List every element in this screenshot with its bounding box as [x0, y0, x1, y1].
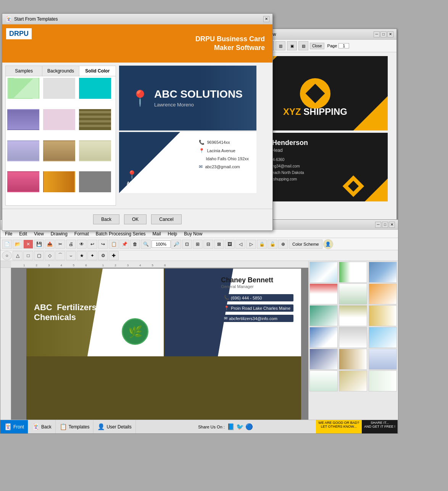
card-back-section[interactable]: Chaney Bennett General Manager 📞 (696) 4…: [164, 269, 301, 356]
pp-minimize-btn[interactable]: ─: [374, 31, 380, 37]
pp-close-button[interactable]: Close: [310, 43, 324, 49]
fb-icon[interactable]: 📘: [227, 423, 235, 430]
main-canvas[interactable]: 123456 123456 ABC Fertilizers &Chemicals: [11, 261, 308, 420]
rt-thumb-17[interactable]: [339, 370, 367, 391]
modal-close-btn[interactable]: ✕: [263, 16, 269, 22]
template-thumb-5[interactable]: [43, 109, 75, 130]
tb-cut[interactable]: ✂: [55, 240, 65, 249]
tab-backgrounds[interactable]: Backgrounds: [42, 66, 79, 76]
template-thumb-12[interactable]: [79, 171, 111, 192]
review-badge[interactable]: WE ARE GOOD OR BAD? LET OTHERS KNOW...: [316, 420, 362, 433]
tb-paste[interactable]: 📌: [119, 240, 129, 249]
shape-diamond[interactable]: ◇: [45, 251, 55, 260]
menu-buynow[interactable]: Buy Now: [181, 230, 205, 237]
shape-curve[interactable]: ⌒: [55, 251, 65, 260]
shape-gear[interactable]: ⚙: [98, 251, 108, 260]
tb-zoom-in[interactable]: 🔎: [171, 240, 181, 249]
tb-grp[interactable]: ⊠: [214, 240, 224, 249]
rt-thumb-10[interactable]: [309, 327, 338, 348]
tb-new[interactable]: 📄: [2, 240, 12, 249]
menu-edit[interactable]: Edit: [16, 230, 30, 237]
main-minimize-btn[interactable]: ─: [375, 222, 381, 228]
template-thumb-1[interactable]: [7, 78, 39, 99]
tb-undo[interactable]: ↩: [87, 240, 97, 249]
pp-view5-btn[interactable]: ▧: [298, 41, 308, 50]
tb-export[interactable]: 📤: [45, 240, 55, 249]
tb-img[interactable]: 🖼: [225, 240, 235, 249]
template-thumb-2[interactable]: [43, 78, 75, 99]
tb-align[interactable]: ⊟: [203, 240, 213, 249]
pp-view4-btn[interactable]: ▣: [287, 41, 297, 50]
card-front-section[interactable]: ABC Fertilizers &Chemicals 🌿: [26, 269, 164, 356]
template-thumb-7[interactable]: [7, 140, 39, 161]
rt-thumb-14[interactable]: [339, 349, 367, 370]
back-btn[interactable]: 🃏 Back: [28, 420, 56, 433]
share-badge[interactable]: SHARE IT... AND GET IT FREE !: [362, 420, 398, 433]
rt-thumb-16[interactable]: [309, 370, 338, 391]
tb-preview[interactable]: 👁: [77, 240, 87, 249]
ok-button[interactable]: OK: [124, 214, 147, 224]
menu-mail[interactable]: Mail: [150, 230, 164, 237]
tb-open[interactable]: 📂: [13, 240, 23, 249]
main-maximize-btn[interactable]: □: [382, 222, 388, 228]
tb-zoom-out[interactable]: 🔍: [141, 240, 151, 249]
rt-thumb-12[interactable]: [369, 327, 397, 348]
front-btn[interactable]: 🃏 Front: [0, 420, 28, 433]
zoom-input[interactable]: [151, 240, 171, 248]
rt-thumb-8[interactable]: [339, 305, 367, 326]
shape-arc[interactable]: ⌣: [66, 251, 76, 260]
tab-solid-color[interactable]: Solid Color: [79, 66, 116, 76]
tb-delete[interactable]: 🗑: [130, 240, 140, 249]
cancel-button[interactable]: Cancel: [151, 214, 181, 224]
rt-thumb-4[interactable]: [309, 283, 338, 304]
shape-rect[interactable]: □: [23, 251, 33, 260]
menu-format[interactable]: Format: [71, 230, 92, 237]
rt-thumb-7[interactable]: [309, 305, 338, 326]
menu-batch[interactable]: Batch Processing Series: [93, 230, 149, 237]
gp-icon[interactable]: 🔵: [245, 423, 253, 430]
main-close-btn[interactable]: ✕: [389, 222, 395, 228]
shape-roundrect[interactable]: ▢: [34, 251, 44, 260]
pp-close-btn[interactable]: ✕: [387, 31, 393, 37]
template-thumb-4[interactable]: [7, 109, 39, 130]
tb-arrow1[interactable]: ◁: [235, 240, 245, 249]
pp-page-input[interactable]: [338, 43, 349, 48]
tb-redo[interactable]: ↪: [98, 240, 108, 249]
template-thumb-8[interactable]: [43, 140, 75, 161]
shape-triangle[interactable]: △: [13, 251, 23, 260]
user-icon-btn[interactable]: 👤: [323, 239, 333, 249]
rt-thumb-2[interactable]: [339, 262, 367, 283]
pp-view3-btn[interactable]: ▥: [276, 41, 285, 50]
tb-more[interactable]: ⊕: [278, 240, 288, 249]
template-thumb-11[interactable]: [43, 171, 75, 192]
rt-thumb-18[interactable]: [369, 370, 397, 391]
tb-grid[interactable]: ⊞: [193, 240, 203, 249]
back-button[interactable]: Back: [93, 214, 119, 224]
shape-cross[interactable]: ✚: [109, 251, 119, 260]
tb-lock1[interactable]: 🔒: [257, 240, 267, 249]
menu-help[interactable]: Help: [165, 230, 180, 237]
rt-thumb-3[interactable]: [369, 262, 397, 283]
tb-copy[interactable]: 📋: [109, 240, 119, 249]
rt-thumb-9[interactable]: [369, 305, 397, 326]
pp-maximize-btn[interactable]: □: [380, 31, 387, 37]
tb-save[interactable]: 💾: [34, 240, 44, 249]
shape-star6[interactable]: ✦: [87, 251, 97, 260]
shape-circle[interactable]: ○: [2, 251, 12, 260]
templates-btn[interactable]: 📋 Templates: [56, 420, 94, 433]
tb-print[interactable]: 🖨: [66, 240, 76, 249]
template-thumb-6[interactable]: [79, 109, 111, 130]
menu-view[interactable]: View: [31, 230, 47, 237]
rt-thumb-15[interactable]: [369, 349, 397, 370]
menu-file[interactable]: File: [2, 230, 15, 237]
tb-close[interactable]: ✕: [23, 240, 33, 249]
template-thumb-9[interactable]: [79, 140, 111, 161]
tab-samples[interactable]: Samples: [6, 66, 42, 76]
template-thumb-10[interactable]: [7, 171, 39, 192]
color-scheme-button[interactable]: Color Scheme: [289, 240, 322, 249]
shape-star5[interactable]: ★: [77, 251, 87, 260]
tw-icon[interactable]: 🐦: [236, 423, 244, 430]
rt-thumb-13[interactable]: [309, 349, 338, 370]
menu-drawing[interactable]: Drawing: [48, 230, 71, 237]
tb-fit[interactable]: ⊡: [182, 240, 192, 249]
